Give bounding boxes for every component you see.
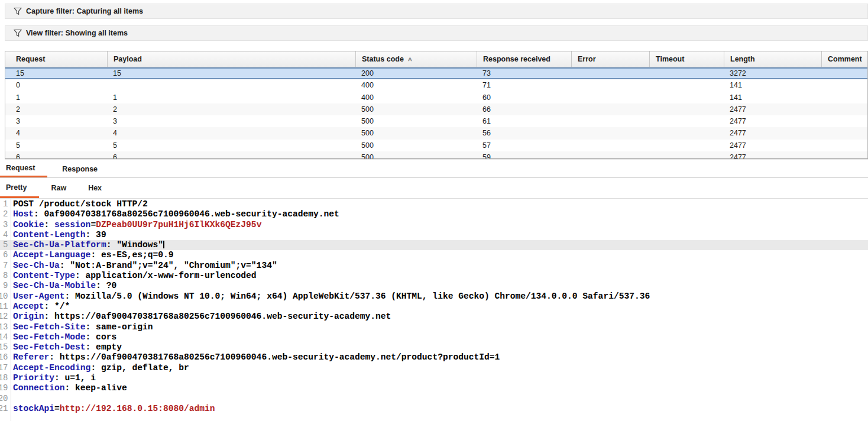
cell-length: 2477 <box>724 115 821 127</box>
header-name: User-Agent <box>13 292 65 301</box>
header-name: Accept-Language <box>13 250 90 260</box>
tab-hex[interactable]: Hex <box>82 178 112 198</box>
cell-response_received: 66 <box>477 103 571 115</box>
header-name: Referer <box>13 352 49 362</box>
cell-error <box>571 151 649 159</box>
line-number: 3 <box>0 220 8 230</box>
cell-request: 0 <box>5 79 107 91</box>
cell-request: 15 <box>5 69 107 78</box>
cell-request: 4 <box>5 127 107 139</box>
view-filter-label: View filter: Showing all items <box>26 29 128 37</box>
header-name: Sec-Fetch-Site <box>13 322 86 332</box>
line-number: 10 <box>0 292 8 302</box>
column-header-label: Length <box>730 55 755 63</box>
line-number: 18 <box>0 373 8 383</box>
cell-response_received: 56 <box>477 127 571 139</box>
column-header-comment[interactable]: Comment <box>821 51 867 67</box>
column-header-length[interactable]: Length <box>724 51 821 67</box>
column-header-label: Error <box>578 55 596 63</box>
line-number: 17 <box>0 363 8 373</box>
request-line: 4Content-Length: 39 <box>0 230 868 240</box>
line-number: 4 <box>0 230 8 240</box>
table-row[interactable]: 33500612477 <box>5 115 867 127</box>
header-name: session <box>54 220 90 229</box>
tab-request[interactable]: Request <box>0 160 47 177</box>
line-number: 1 <box>0 199 8 209</box>
cell-status: 400 <box>355 92 477 103</box>
line-number: 12 <box>0 312 8 322</box>
gutter-separator <box>11 199 11 421</box>
header-name: Origin <box>13 312 44 321</box>
plain-text: : keep-alive <box>65 383 127 393</box>
line-number: 9 <box>0 281 8 291</box>
message-view-tab-bar: Pretty Raw Hex <box>0 178 868 199</box>
cell-timeout <box>649 140 724 151</box>
line-number: 16 <box>0 352 8 362</box>
plain-text: : https://0af900470381768a80256c71009600… <box>44 312 391 321</box>
request-line: 17Accept-Encoding: gzip, deflate, br <box>0 363 868 373</box>
column-header-status-code[interactable]: Status code∧ <box>355 51 477 67</box>
table-row[interactable]: 040071141 <box>5 79 867 91</box>
column-header-payload[interactable]: Payload <box>107 51 355 67</box>
plain-text: : */* <box>44 302 70 311</box>
column-header-error[interactable]: Error <box>571 51 649 67</box>
line-number: 21 <box>0 404 8 414</box>
table-row[interactable]: 1140060141 <box>5 92 867 103</box>
column-header-label: Status code <box>362 55 404 63</box>
table-row[interactable]: 66500592477 <box>5 151 867 159</box>
header-name: Priority <box>13 373 54 383</box>
request-line: 6Accept-Language: es-ES,es;q=0.9 <box>0 250 868 260</box>
line-number: 15 <box>0 342 8 352</box>
plain-text: : cors <box>86 332 117 342</box>
cell-error <box>571 79 649 91</box>
table-row[interactable]: 55500572477 <box>5 140 867 151</box>
attack-results-table: RequestPayloadStatus code∧Response recei… <box>5 51 868 159</box>
cell-payload: 3 <box>107 115 355 127</box>
header-name: Host <box>13 209 34 219</box>
plain-text: : Mozilla/5.0 (Windows NT 10.0; Win64; x… <box>65 292 650 301</box>
header-name: Sec-Fetch-Mode <box>13 332 86 342</box>
table-row[interactable]: 44500562477 <box>5 127 867 139</box>
capture-filter-bar[interactable]: Capture filter: Capturing all items <box>5 4 868 19</box>
header-name: Cookie <box>13 220 44 229</box>
cell-length: 2477 <box>724 127 821 139</box>
column-header-request[interactable]: Request <box>5 51 107 67</box>
plain-text: : es-ES,es;q=0.9 <box>90 250 173 260</box>
request-line: 11Accept: */* <box>0 302 868 312</box>
cell-response_received: 71 <box>477 79 571 91</box>
filter-funnel-icon <box>14 7 22 15</box>
cell-length: 3272 <box>724 69 821 78</box>
capture-filter-label: Capture filter: Capturing all items <box>26 7 143 15</box>
cell-response_received: 61 <box>477 115 571 127</box>
header-name: Sec-Fetch-Dest <box>13 342 86 352</box>
cell-comment <box>821 103 867 115</box>
cell-request: 5 <box>5 140 107 151</box>
cell-payload: 1 <box>107 92 355 103</box>
tab-raw[interactable]: Raw <box>45 178 77 198</box>
cell-comment <box>821 115 867 127</box>
tab-pretty[interactable]: Pretty <box>0 178 39 198</box>
header-name: Connection <box>13 383 65 393</box>
cell-payload: 5 <box>107 140 355 151</box>
request-line: 12Origin: https://0af900470381768a80256c… <box>0 312 868 322</box>
line-number: 20 <box>0 394 8 404</box>
cell-error <box>571 115 649 127</box>
cell-error <box>571 103 649 115</box>
tab-response[interactable]: Response <box>56 160 107 177</box>
cell-comment <box>821 79 867 91</box>
column-header-response-received[interactable]: Response received <box>477 51 571 67</box>
table-body: 1515200733272040071141114006014122500662… <box>5 67 867 159</box>
table-row[interactable]: 1515200733272 <box>5 67 867 79</box>
view-filter-bar[interactable]: View filter: Showing all items <box>5 25 868 41</box>
column-header-timeout[interactable]: Timeout <box>649 51 724 67</box>
line-number: 19 <box>0 383 8 393</box>
message-tab-bar: Request Response <box>0 160 868 178</box>
request-line: 18Priority: u=1, i <box>0 373 868 383</box>
request-line: 2Host: 0af900470381768a80256c7100960046.… <box>0 209 868 219</box>
request-editor[interactable]: 1POST /product/stock HTTP/22Host: 0af900… <box>0 199 868 437</box>
table-header-row: RequestPayloadStatus code∧Response recei… <box>5 51 867 67</box>
header-name: Content-Length <box>13 230 86 239</box>
table-row[interactable]: 22500662477 <box>5 103 867 115</box>
line-number: 14 <box>0 332 8 342</box>
cell-error <box>571 127 649 139</box>
